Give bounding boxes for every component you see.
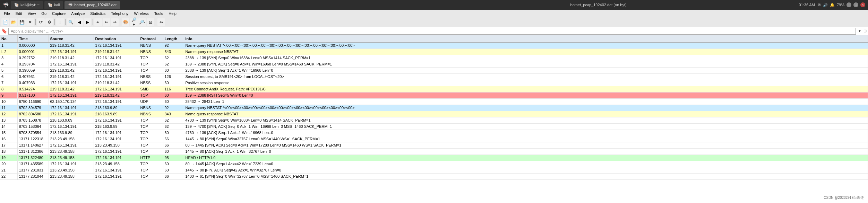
filter-bar: 🔖 ▼ ⊞ [0,27,868,35]
table-row[interactable]: 30.292752219.118.31.42172.16.134.191TCP6… [0,55,868,61]
menu-analyze[interactable]: Analyze [69,11,87,16]
reload-button[interactable]: ⟳ [37,18,45,26]
colorize-button[interactable]: 🎨 [122,18,129,26]
cell-destination: 219.118.31.42 [94,61,139,67]
menu-file[interactable]: File [1,11,12,16]
menu-edit[interactable]: Edit [13,11,25,16]
cell-length: 343 [163,48,184,55]
table-row[interactable]: 2013171.435589172.16.134.191213.23.49.15… [0,161,868,167]
table-row[interactable]: 60.407931219.118.31.42172.16.134.191NBSS… [0,73,868,80]
close-button2[interactable]: ✕ [26,18,34,26]
save-button[interactable]: 💾 [18,18,26,26]
table-row[interactable]: 158703.370554218.163.9.89172.16.134.191T… [0,130,868,136]
table-row[interactable]: 1713171.140627172.16.134.191213.23.49.15… [0,142,868,148]
goto-button[interactable]: ↵ [94,18,102,26]
cell-no: 18 [0,148,17,155]
cell-destination: 172.16.134.191 [94,117,139,123]
find-button[interactable]: 🔍 [67,18,75,26]
cell-length: 60 [163,92,184,98]
cell-no: 12 [0,111,17,117]
cell-length: 62 [163,55,184,61]
cell-info: 139 → 2388 [RST] Seq=5 Win=0 Len=0 [184,92,868,98]
prev-button[interactable]: ⇐ [103,18,110,26]
table-row[interactable]: 128702.894580172.16.134.191218.163.9.89N… [0,111,868,117]
cell-source: 172.16.134.191 [49,61,94,67]
zoom-out-button[interactable]: 🔎- [138,18,146,26]
menu-help[interactable]: Help [166,11,179,16]
cell-time: 13171.122318 [17,136,49,142]
cell-destination: 172.16.134.191 [94,55,139,61]
cell-time: 0.407931 [17,73,49,80]
table-row[interactable]: 1913171.322480213.23.49.158172.16.134.19… [0,155,868,161]
scroll-end-button[interactable]: ↓ [56,18,64,26]
table-row[interactable]: 1613171.122318213.23.49.158172.16.134.19… [0,136,868,142]
table-row[interactable]: 90.517180172.16.134.191219.118.31.42TCP6… [0,92,868,98]
monitor-icon: 🖥 [817,3,821,7]
table-header: No. Time Source Destination Protocol Len… [0,35,868,42]
next-button[interactable]: ⇒ [111,18,119,26]
cell-source: 172.16.134.191 [49,92,94,98]
cell-source: 219.118.31.42 [49,73,94,80]
cell-no: 15 [0,130,17,136]
filter-maximize-icon[interactable]: ⊞ [863,29,867,33]
menu-go[interactable]: Go [39,11,49,16]
cell-no: 16 [0,136,17,142]
packet-table-container[interactable]: No. Time Source Destination Protocol Len… [0,35,868,203]
menu-tools[interactable]: Tools [152,11,166,16]
table-row[interactable]: 2113177.281031213.23.49.158172.16.134.19… [0,167,868,173]
table-row[interactable]: 148703.153064172.16.134.191218.163.9.89T… [0,123,868,130]
filter-input[interactable] [8,28,856,35]
wireshark-tab-icon: 🦈 [68,3,73,7]
forward-button[interactable]: ▶ [84,18,91,26]
zoom-in-button[interactable]: 🔎+ [130,18,138,26]
cell-time: 13171.312386 [17,148,49,155]
table-row[interactable]: 70.407933172.16.134.191219.118.31.42NBSS… [0,80,868,86]
table-row[interactable]: 118702.894579172.16.134.191218.163.9.89N… [0,105,868,111]
maximize-button[interactable]: □ [853,2,858,7]
cell-protocol: UDP [139,98,163,105]
cell-destination: 172.16.134.191 [94,173,139,179]
menu-wireless[interactable]: Wireless [132,11,151,16]
tab-wireshark[interactable]: 🦈 botnet_pcap_192402.dat [65,1,120,9]
normal-size-button[interactable]: ⊡ [147,18,154,26]
cell-destination: 172.16.134.191 [94,86,139,92]
table-row[interactable]: L 20.000001172.16.134.191219.118.31.42NB… [0,48,868,55]
table-row[interactable]: 80.514274219.118.31.42172.16.134.191SMB1… [0,86,868,92]
new-capture-button[interactable]: 📄 [1,18,9,26]
table-row[interactable]: 50.398059219.118.31.42172.16.134.191TCP6… [0,67,868,73]
back-button[interactable]: ◀ [75,18,83,26]
cell-source: 213.23.49.158 [49,136,94,142]
cell-info: 2388 → 139 [ACK] Seq=1 Ack=1 Win=16968 L… [184,67,868,73]
filter-bookmark-icon[interactable]: 🔖 [1,28,7,34]
cell-destination: 219.118.31.42 [94,80,139,86]
tab-terminal-1[interactable]: 🐚 kali@byt: ~ [11,1,43,9]
capture-options-button[interactable]: ⚙ [45,18,53,26]
open-button[interactable]: 📂 [10,18,17,26]
filter-dropdown-arrow[interactable]: ▼ [857,28,862,34]
table-row[interactable]: 138703.150878218.163.9.89172.16.134.191T… [0,117,868,123]
menu-statistics[interactable]: Statistics [88,11,108,16]
table-row[interactable]: 1813171.312386213.23.49.158172.16.134.19… [0,148,868,155]
cell-protocol: TCP [139,173,163,179]
menu-capture[interactable]: Capture [50,11,68,16]
menu-view[interactable]: View [25,11,38,16]
cell-length: 60 [163,161,184,167]
resize-columns-button[interactable]: ⇔ [157,18,165,26]
table-row[interactable]: 106750.11669062.150.170.134172.16.134.19… [0,98,868,105]
tab-terminal-2[interactable]: 🐚 kali [44,1,63,9]
table-row[interactable]: 2213177.281044213.23.49.158172.16.134.19… [0,173,868,179]
menu-telephony[interactable]: Telephony [109,11,131,16]
cell-time: 13177.281031 [17,167,49,173]
cell-source: 172.16.134.191 [49,111,94,117]
close-button[interactable]: ✕ [860,2,865,7]
table-row[interactable]: 10.000000219.118.31.42172.16.134.191NBNS… [0,42,868,48]
cell-source: 213.23.49.158 [49,173,94,179]
cell-protocol: TCP [139,148,163,155]
cell-time: 13171.140627 [17,142,49,148]
menu-bar: File Edit View Go Capture Analyze Statis… [0,10,868,17]
cell-length: 126 [163,73,184,80]
cell-no: 11 [0,105,17,111]
table-row[interactable]: 40.293704172.16.134.191219.118.31.42TCP6… [0,61,868,67]
cell-time: 0.514274 [17,86,49,92]
minimize-button[interactable]: ─ [846,2,851,7]
